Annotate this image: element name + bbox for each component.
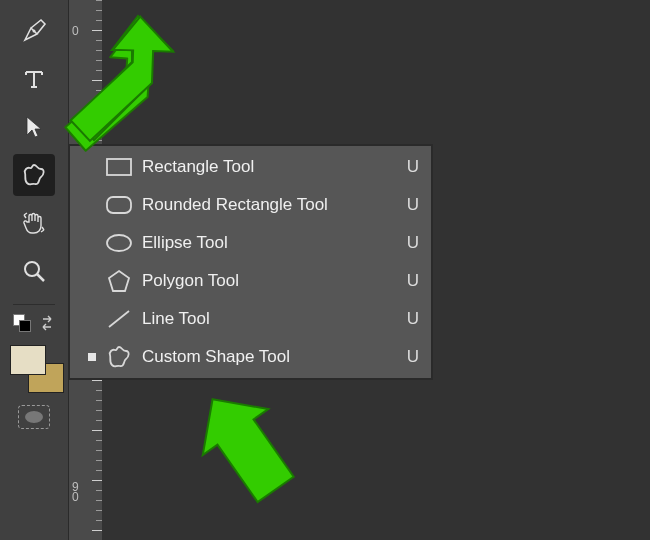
rectangle-icon (102, 154, 136, 180)
color-swatches[interactable] (10, 345, 58, 395)
flyout-item-shortcut: U (399, 157, 419, 177)
default-swap-colors[interactable] (13, 313, 55, 333)
flyout-item-label: Ellipse Tool (136, 233, 399, 253)
custom-shape-icon (20, 161, 48, 189)
flyout-item-shortcut: U (399, 309, 419, 329)
flyout-item-rectangle[interactable]: Rectangle ToolU (70, 148, 431, 186)
type-icon (21, 66, 47, 92)
hand-icon (21, 210, 47, 236)
line-icon (102, 306, 136, 332)
zoom-tool[interactable] (13, 250, 55, 292)
svg-rect-3 (107, 159, 131, 175)
flyout-item-shortcut: U (399, 271, 419, 291)
pen-icon (21, 18, 47, 44)
svg-point-5 (107, 235, 131, 251)
flyout-item-label: Rounded Rectangle Tool (136, 195, 399, 215)
flyout-item-label: Polygon Tool (136, 271, 399, 291)
arrow-cursor-icon (23, 115, 45, 139)
shape-tool[interactable] (13, 154, 55, 196)
flyout-item-label: Line Tool (136, 309, 399, 329)
svg-marker-6 (109, 271, 129, 291)
magnifier-icon (21, 258, 47, 284)
ruler-tick-label: 0 (72, 24, 79, 38)
swap-colors-icon (39, 315, 55, 331)
foreground-color-swatch[interactable] (10, 345, 46, 375)
flyout-item-polygon[interactable]: Polygon ToolU (70, 262, 431, 300)
custom-icon (102, 344, 136, 370)
svg-line-2 (37, 274, 44, 281)
svg-rect-4 (107, 197, 131, 213)
active-indicator (82, 353, 102, 361)
svg-point-0 (33, 30, 36, 33)
svg-line-7 (109, 311, 129, 327)
flyout-item-shortcut: U (399, 233, 419, 253)
rounded-icon (102, 192, 136, 218)
flyout-item-ellipse[interactable]: Ellipse ToolU (70, 224, 431, 262)
pen-tool[interactable] (13, 10, 55, 52)
quick-mask-toggle[interactable] (18, 405, 50, 429)
ruler-tick-label: 0 (72, 492, 79, 502)
flyout-item-custom[interactable]: Custom Shape ToolU (70, 338, 431, 376)
flyout-item-label: Custom Shape Tool (136, 347, 399, 367)
shape-tool-flyout: Rectangle ToolURounded Rectangle ToolUEl… (68, 144, 433, 380)
flyout-item-shortcut: U (399, 195, 419, 215)
tools-panel (0, 0, 68, 540)
hand-tool[interactable] (13, 202, 55, 244)
flyout-item-rounded[interactable]: Rounded Rectangle ToolU (70, 186, 431, 224)
ellipse-icon (102, 230, 136, 256)
path-selection-tool[interactable] (13, 106, 55, 148)
svg-point-1 (25, 262, 39, 276)
default-colors-icon (13, 314, 31, 332)
flyout-item-line[interactable]: Line ToolU (70, 300, 431, 338)
type-tool[interactable] (13, 58, 55, 100)
flyout-item-shortcut: U (399, 347, 419, 367)
polygon-icon (102, 268, 136, 294)
flyout-item-label: Rectangle Tool (136, 157, 399, 177)
